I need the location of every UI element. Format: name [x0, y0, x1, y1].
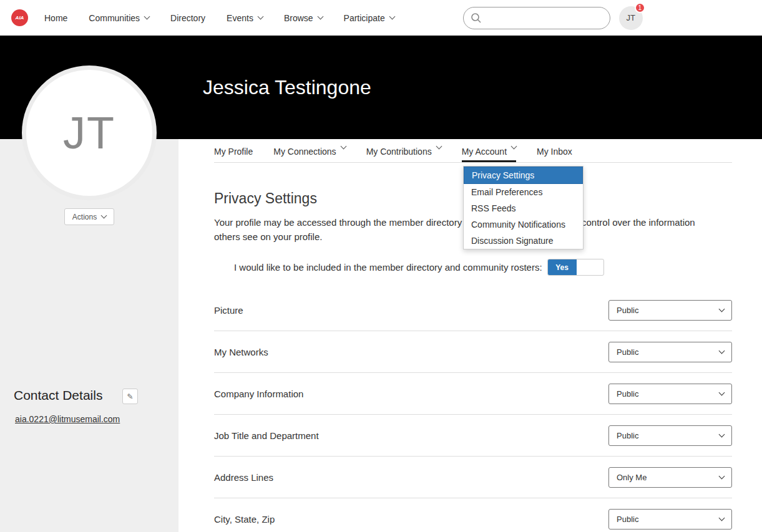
contact-email-link[interactable]: aia.0221@litmusemail.com	[15, 414, 120, 424]
edit-contact-button[interactable]: ✎	[122, 389, 138, 404]
nav-items: Home Communities Directory Events Browse…	[44, 13, 394, 23]
chevron-down-icon	[340, 143, 346, 150]
directory-inclusion-toggle[interactable]: Yes	[547, 259, 604, 276]
company-information-visibility-select[interactable]: Public	[608, 384, 732, 404]
chevron-down-icon	[719, 473, 725, 479]
nav-item-browse[interactable]: Browse	[284, 13, 323, 23]
search-input[interactable]	[463, 7, 610, 29]
job-title-visibility-select[interactable]: Public	[608, 425, 732, 446]
menu-item-email-preferences[interactable]: Email Preferences	[464, 184, 583, 200]
tab-my-contributions[interactable]: My Contributions	[366, 147, 441, 162]
chevron-down-icon	[719, 389, 725, 395]
directory-inclusion-row: I would like to be included in the membe…	[214, 259, 732, 276]
nav-item-events[interactable]: Events	[227, 13, 263, 23]
tab-my-account[interactable]: My Account	[462, 147, 516, 162]
profile-avatar: JT	[22, 65, 157, 200]
nav-item-directory[interactable]: Directory	[170, 13, 205, 23]
chevron-down-icon	[144, 14, 150, 20]
nav-item-home[interactable]: Home	[44, 13, 67, 23]
pencil-icon: ✎	[127, 392, 133, 401]
chevron-down-icon	[511, 143, 517, 150]
my-account-dropdown-menu: Privacy Settings Email Preferences RSS F…	[463, 166, 584, 249]
profile-name: Jessica Testingone	[203, 76, 371, 99]
aia-logo-icon[interactable]: AIA	[11, 9, 28, 26]
tab-my-inbox[interactable]: My Inbox	[537, 147, 572, 162]
profile-tabs: My Profile My Connections My Contributio…	[214, 139, 732, 163]
chevron-down-icon	[436, 143, 442, 150]
contact-details-heading: Contact Details	[14, 388, 102, 403]
privacy-description: Your profile may be accessed through the…	[214, 216, 701, 244]
setting-row-picture: Picture Public	[214, 289, 732, 331]
chevron-down-icon	[719, 431, 725, 437]
menu-item-community-notifications[interactable]: Community Notifications	[464, 216, 583, 233]
tab-my-connections[interactable]: My Connections	[273, 147, 345, 162]
privacy-settings-list: Picture Public My Networks Public Compan…	[214, 289, 732, 532]
chevron-down-icon	[719, 515, 725, 521]
search-icon	[471, 12, 482, 26]
top-navigation: AIA Home Communities Directory Events Br…	[0, 0, 762, 36]
chevron-down-icon	[101, 213, 107, 219]
search-container	[463, 7, 610, 29]
address-lines-visibility-select[interactable]: Only Me	[608, 467, 732, 488]
tab-my-profile[interactable]: My Profile	[214, 147, 253, 162]
nav-item-participate[interactable]: Participate	[344, 13, 394, 23]
setting-row-my-networks: My Networks Public	[214, 331, 732, 373]
chevron-down-icon	[719, 347, 725, 354]
picture-visibility-select[interactable]: Public	[608, 300, 732, 321]
chevron-down-icon	[389, 14, 395, 20]
city-state-zip-visibility-select[interactable]: Public	[608, 509, 732, 530]
actions-button[interactable]: Actions	[64, 208, 114, 225]
directory-inclusion-label: I would like to be included in the membe…	[234, 262, 542, 273]
setting-row-city-state-zip: City, State, Zip Public	[214, 498, 732, 532]
notification-badge[interactable]: 1	[635, 2, 645, 13]
toggle-yes-state: Yes	[548, 259, 577, 275]
setting-row-company-information: Company Information Public	[214, 373, 732, 415]
setting-row-address-lines: Address Lines Only Me	[214, 457, 732, 498]
chevron-down-icon	[257, 14, 263, 20]
chevron-down-icon	[317, 14, 323, 20]
menu-item-rss-feeds[interactable]: RSS Feeds	[464, 200, 583, 216]
my-networks-visibility-select[interactable]: Public	[608, 342, 732, 362]
chevron-down-icon	[719, 306, 725, 312]
nav-item-communities[interactable]: Communities	[89, 13, 149, 23]
setting-row-job-title: Job Title and Department Public	[214, 415, 732, 457]
menu-item-discussion-signature[interactable]: Discussion Signature	[464, 233, 583, 249]
menu-item-privacy-settings[interactable]: Privacy Settings	[464, 167, 583, 184]
user-avatar[interactable]: JT 1	[619, 6, 643, 30]
